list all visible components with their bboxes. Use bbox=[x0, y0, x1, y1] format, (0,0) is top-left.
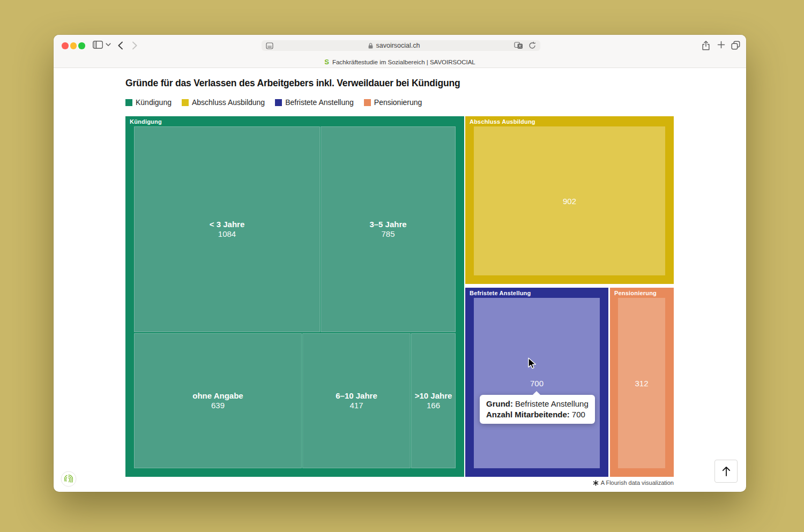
cell-value: 639 bbox=[211, 400, 225, 410]
address-bar[interactable]: savoirsocial.ch bbox=[262, 40, 540, 51]
treemap-group-kuendigung[interactable]: Kündigung < 3 Jahre 1084 3–5 Jahre 785 o… bbox=[125, 116, 464, 477]
tooltip-value: 700 bbox=[572, 410, 585, 419]
browser-window: savoirsocial.ch bbox=[54, 35, 746, 492]
sidebar-icon bbox=[93, 41, 103, 49]
tooltip-value: Befristete Anstellung bbox=[515, 399, 589, 408]
tabs-icon bbox=[731, 41, 740, 50]
forward-icon bbox=[132, 41, 138, 50]
tooltip-label: Anzahl Mitarbeitende: bbox=[486, 410, 570, 419]
legend-swatch-green bbox=[125, 99, 132, 106]
treemap-cell-befristete-anstellung[interactable]: 700 bbox=[474, 298, 600, 468]
tooltip-label: Grund: bbox=[486, 399, 513, 408]
cell-label: 3–5 Jahre bbox=[369, 220, 406, 229]
share-button[interactable] bbox=[702, 41, 710, 50]
treemap-cell-3-5-jahre[interactable]: 3–5 Jahre 785 bbox=[321, 126, 456, 332]
plus-icon bbox=[717, 41, 725, 49]
scroll-to-top-button[interactable] bbox=[714, 460, 738, 483]
cell-label: ohne Angabe bbox=[192, 391, 243, 400]
cell-value: 700 bbox=[530, 378, 544, 388]
lock-icon bbox=[368, 42, 374, 49]
translate-icon[interactable] bbox=[514, 42, 523, 49]
address-field[interactable]: savoirsocial.ch bbox=[273, 42, 514, 49]
back-icon bbox=[117, 41, 123, 50]
tab-overview-button[interactable] bbox=[731, 41, 740, 50]
legend-label: Kündigung bbox=[136, 98, 172, 107]
forward-button[interactable] bbox=[132, 41, 138, 50]
legend-item-pensionierung[interactable]: Pensionierung bbox=[364, 98, 422, 107]
legend-swatch-blue bbox=[275, 99, 282, 106]
treemap-group-label: Pensionierung bbox=[614, 290, 657, 296]
sidebar-toggle-button[interactable] bbox=[93, 41, 103, 49]
legend-swatch-orange bbox=[364, 99, 371, 106]
tab-title: Fachkräftestudie im Sozialbereich | SAVO… bbox=[332, 59, 475, 65]
mouse-cursor-icon bbox=[527, 357, 538, 371]
legend-label: Befristete Anstellung bbox=[285, 98, 354, 107]
treemap-group-label: Kündigung bbox=[130, 118, 162, 125]
legend-swatch-yellow bbox=[182, 99, 189, 106]
flourish-credit-link[interactable]: A Flourish data visualization bbox=[593, 479, 674, 486]
url-text: savoirsocial.ch bbox=[376, 42, 420, 49]
reload-icon[interactable] bbox=[528, 42, 536, 49]
cell-value: 166 bbox=[427, 400, 440, 410]
cell-value: 1084 bbox=[218, 229, 236, 239]
treemap-group-label: Abschluss Ausbildung bbox=[470, 118, 535, 125]
close-button[interactable] bbox=[62, 42, 69, 49]
cell-label: >10 Jahre bbox=[415, 391, 452, 400]
back-button[interactable] bbox=[117, 41, 123, 50]
tooltip: Grund:Befristete Anstellung Anzahl Mitar… bbox=[480, 395, 595, 424]
flourish-spark-icon bbox=[593, 480, 599, 486]
tab-favicon: S bbox=[324, 58, 329, 65]
page-title: Gründe für das Verlassen des Arbeitgeber… bbox=[125, 78, 460, 89]
cell-label: 6–10 Jahre bbox=[336, 391, 377, 400]
cell-value: 417 bbox=[349, 400, 363, 410]
treemap-group-abschluss-ausbildung[interactable]: Abschluss Ausbildung 902 bbox=[465, 116, 674, 284]
legend-label: Abschluss Ausbildung bbox=[192, 98, 265, 107]
share-icon bbox=[702, 41, 710, 50]
treemap-group-befristete-anstellung[interactable]: Befristete Anstellung 700 bbox=[465, 288, 608, 477]
chevron-down-icon bbox=[106, 43, 111, 47]
cell-label: < 3 Jahre bbox=[210, 220, 244, 229]
legend-label: Pensionierung bbox=[374, 98, 422, 107]
legend-item-kuendigung[interactable]: Kündigung bbox=[125, 98, 172, 107]
treemap-cell-ohne-angabe[interactable]: ohne Angabe 639 bbox=[134, 333, 302, 468]
cell-value: 785 bbox=[381, 229, 394, 239]
tooltip-row-anzahl: Anzahl Mitarbeitende:700 bbox=[486, 409, 589, 420]
zoom-button[interactable] bbox=[78, 42, 85, 49]
chart-legend: Kündigung Abschluss Ausbildung Befristet… bbox=[125, 98, 422, 107]
treemap-cell-ueber-10-jahre[interactable]: >10 Jahre 166 bbox=[411, 333, 456, 468]
cell-value: 902 bbox=[563, 196, 576, 206]
page-settings-icon[interactable] bbox=[266, 42, 273, 49]
credit-text: A Flourish data visualization bbox=[601, 479, 674, 486]
tooltip-row-grund: Grund:Befristete Anstellung bbox=[486, 399, 589, 409]
treemap-group-pensionierung[interactable]: Pensionierung 312 bbox=[610, 288, 674, 477]
legend-item-befristete-anstellung[interactable]: Befristete Anstellung bbox=[275, 98, 354, 107]
tab-bar[interactable]: S Fachkräftestudie im Sozialbereich | SA… bbox=[54, 56, 746, 68]
treemap-group-label: Befristete Anstellung bbox=[470, 290, 531, 296]
legend-item-abschluss-ausbildung[interactable]: Abschluss Ausbildung bbox=[182, 98, 265, 107]
treemap-cell-6-10-jahre[interactable]: 6–10 Jahre 417 bbox=[302, 333, 411, 468]
cell-value: 312 bbox=[635, 378, 648, 388]
new-tab-button[interactable] bbox=[717, 41, 725, 49]
browser-toolbar: savoirsocial.ch bbox=[54, 35, 746, 56]
arrow-up-icon bbox=[721, 466, 732, 477]
sidebar-menu-button[interactable] bbox=[106, 43, 111, 47]
treemap-cell-pensionierung[interactable]: 312 bbox=[618, 298, 665, 468]
minimize-button[interactable] bbox=[70, 42, 77, 49]
flourish-fingerprint-logo[interactable] bbox=[61, 471, 77, 487]
treemap-cell-abschluss-ausbildung[interactable]: 902 bbox=[474, 126, 665, 275]
treemap-cell-unter-3-jahre[interactable]: < 3 Jahre 1084 bbox=[134, 126, 320, 332]
